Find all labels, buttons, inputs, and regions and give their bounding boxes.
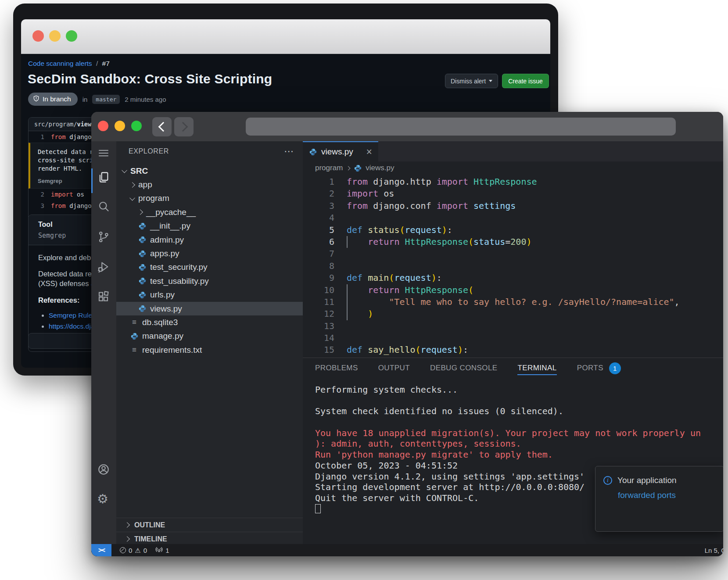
vscode-window-titlebar[interactable] [91,112,723,141]
dismiss-alert-button[interactable]: Dismiss alert [445,74,498,88]
chevron-down-icon [129,195,135,201]
tab-views-py[interactable]: views.py × [303,141,378,161]
tree-item--pycache-[interactable]: __pycache__ [116,205,303,219]
remote-indicator[interactable]: >< [91,544,111,556]
code-line-14: 14 [303,332,723,344]
code-line-15: 15def say_hello(request): [303,344,723,356]
tree-item--init-py[interactable]: __init__.py [116,219,303,233]
python-file-icon [309,148,317,156]
account-icon[interactable] [97,463,110,476]
breadcrumb-folder[interactable]: program [315,164,343,172]
code-line-13: 13 [303,320,723,332]
cursor-position[interactable]: Ln 5, C [705,547,723,554]
code-line-1: 1from django.http import HttpResponse [303,176,723,188]
tree-item-urls-py[interactable]: urls.py [116,288,303,302]
code-line-6: 6 return HttpResponse(status=200) [303,236,723,248]
tree-item-test-security-py[interactable]: test_security.py [116,261,303,274]
forward-button[interactable] [174,117,194,136]
explorer-header: EXPLORER ⋯ [116,141,303,161]
breadcrumb: Code scanning alerts / #7 [28,60,110,68]
close-icon[interactable]: × [366,147,372,157]
branch-chip[interactable]: master [92,95,120,104]
panel-tab-output[interactable]: OUTPUT [378,358,410,378]
editor-tabs: views.py × [303,141,723,161]
code-line-2: 2import os [303,188,723,200]
breadcrumb-alert-number: #7 [102,60,110,67]
settings-gear-icon[interactable]: ⚙ [97,492,110,505]
github-window-titlebar[interactable] [21,19,550,54]
timeline-section[interactable]: TIMELINE [116,532,303,544]
forwarded-ports-link[interactable]: forwarded ports [618,490,716,500]
panel-tab-ports[interactable]: PORTS1 [577,358,621,378]
active-view-indicator [91,168,93,193]
notification-text: Your application [617,476,677,485]
more-actions-icon[interactable]: ⋯ [284,146,294,157]
tree-item-test-usability-py[interactable]: test_usability.py [116,274,303,288]
breadcrumb-file[interactable]: views.py [366,164,394,172]
python-file-icon [130,332,138,340]
address-bar[interactable] [246,118,676,136]
tree-item-views-py[interactable]: views.py [116,302,303,315]
panel-tab-terminal[interactable]: TERMINAL [517,358,556,378]
info-icon: i [603,476,612,485]
terminal-line: You have 18 unapplied migration(s). Your… [315,428,723,439]
panel-tab-debug-console[interactable]: DEBUG CONSOLE [430,358,498,378]
python-file-icon [138,277,146,285]
terminal-line [315,395,723,406]
create-issue-button[interactable]: Create issue [502,74,549,88]
python-file-icon [354,164,362,172]
file-tree: SRCappprogram__pycache____init__.pyadmin… [116,164,303,357]
back-button[interactable] [152,117,172,136]
python-file-icon [138,305,146,313]
code-editor[interactable]: 1from django.http import HttpResponse2im… [303,175,723,358]
chevron-right-icon [178,122,188,132]
minimize-traffic-light[interactable] [115,121,125,131]
panel-tab-problems[interactable]: PROBLEMS [315,358,358,378]
source-control-icon[interactable] [97,230,110,243]
tree-item-src[interactable]: SRC [116,164,303,178]
zoom-traffic-light[interactable] [66,30,77,42]
close-traffic-light[interactable] [98,121,108,131]
tree-item-app[interactable]: app [116,178,303,191]
vscode-workbench: ⚙ EXPLORER ⋯ SRCappprogram__pycache____i… [91,141,723,544]
code-line-4: 4 [303,212,723,224]
warning-icon: ⚠ [135,547,140,554]
in-label: in [82,96,88,103]
code-line-5: 5def status(request): [303,224,723,236]
alert-meta-row: In branch in master 2 minutes ago [28,93,166,106]
broadcast-icon [155,546,163,555]
minimize-traffic-light[interactable] [49,30,61,42]
chevron-down-icon [489,80,492,82]
code-line-9: 9def main(request): [303,272,723,284]
ports-count-badge: 1 [609,362,621,374]
file-lines-icon: ≡ [130,319,138,326]
problems-status[interactable]: 0 ⚠ 0 [120,547,147,554]
menu-icon[interactable] [97,147,110,160]
tree-item-admin-py[interactable]: admin.py [116,233,303,247]
chevron-right-icon [129,182,135,188]
search-icon[interactable] [97,200,110,213]
editor-breadcrumb: program views.py [303,161,723,175]
alert-actions: Dismiss alert Create issue [445,74,549,88]
python-file-icon [138,222,146,230]
chevron-left-icon [158,122,168,132]
forwarded-ports-status[interactable]: 1 [155,546,169,555]
code-line-12: 12 ) [303,308,723,320]
terminal-line: Performing system checks... [315,384,723,395]
tree-item-apps-py[interactable]: apps.py [116,247,303,260]
tree-item-manage-py[interactable]: manage.py [116,329,303,343]
breadcrumb-separator: / [96,60,98,67]
tree-item-db-sqlite3[interactable]: ≡db.sqlite3 [116,315,303,329]
tree-item-program[interactable]: program [116,192,303,205]
zoom-traffic-light[interactable] [131,121,142,131]
extensions-icon[interactable] [97,290,110,303]
shield-icon [33,95,39,104]
python-file-icon [138,263,146,271]
tree-item-requirements-txt[interactable]: ≡requirements.txt [116,343,303,357]
breadcrumb-code-scanning-link[interactable]: Code scanning alerts [28,60,92,67]
explorer-icon[interactable] [97,171,110,184]
run-debug-icon[interactable] [97,260,110,273]
outline-section[interactable]: OUTLINE [116,518,303,532]
close-traffic-light[interactable] [32,30,44,42]
ports-notification: i Your application forwarded ports [595,466,723,532]
